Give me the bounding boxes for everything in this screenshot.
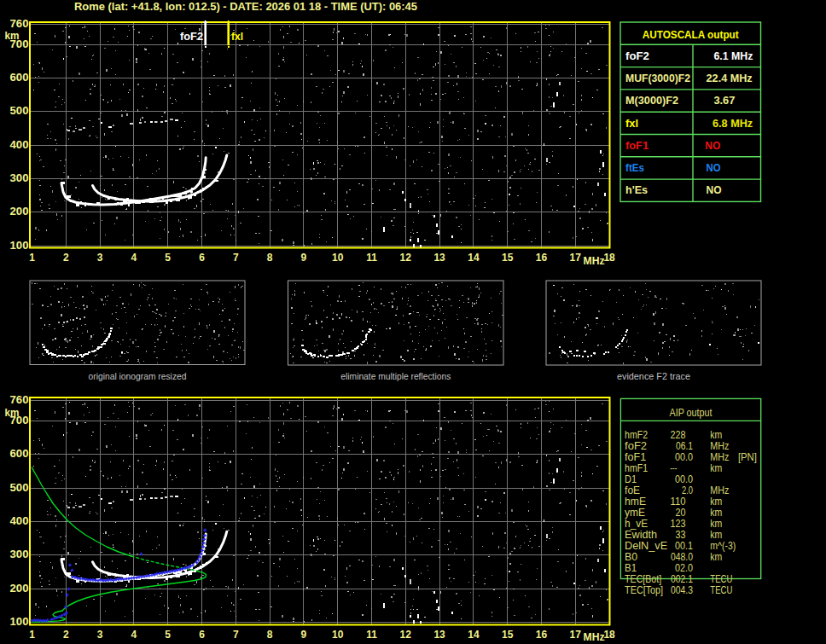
- svg-text:02.0: 02.0: [675, 562, 693, 574]
- svg-text:15: 15: [502, 252, 514, 264]
- svg-text:3: 3: [97, 629, 103, 641]
- svg-text:17: 17: [570, 629, 582, 641]
- svg-text:13: 13: [433, 252, 445, 264]
- svg-text:33: 33: [676, 529, 686, 541]
- svg-text:NO: NO: [707, 162, 721, 174]
- svg-text:foF2: foF2: [180, 31, 203, 43]
- svg-text:3.67: 3.67: [713, 95, 735, 107]
- svg-text:h'Es: h'Es: [625, 184, 648, 196]
- svg-text:2: 2: [63, 629, 69, 641]
- svg-text:B0: B0: [625, 551, 637, 563]
- svg-text:4: 4: [131, 252, 137, 264]
- svg-text:10: 10: [332, 629, 344, 641]
- svg-text:foF1: foF1: [625, 140, 649, 152]
- svg-text:110: 110: [671, 496, 686, 508]
- svg-text:00.0: 00.0: [675, 473, 693, 485]
- svg-text:300: 300: [10, 548, 29, 560]
- svg-text:km: km: [710, 429, 722, 441]
- svg-text:2.0: 2.0: [682, 484, 693, 496]
- svg-text:100: 100: [10, 240, 29, 252]
- svg-text:km: km: [710, 496, 722, 508]
- svg-text:12: 12: [400, 629, 412, 641]
- svg-text:20: 20: [676, 507, 686, 519]
- svg-text:hmF2: hmF2: [625, 429, 648, 441]
- svg-text:8: 8: [267, 252, 273, 264]
- svg-text:6.8 MHz: 6.8 MHz: [713, 118, 753, 130]
- svg-text:22.4 MHz: 22.4 MHz: [707, 73, 753, 84]
- svg-text:foF2: foF2: [625, 50, 649, 62]
- svg-text:9: 9: [301, 252, 307, 264]
- svg-text:300: 300: [10, 172, 29, 184]
- svg-text:hmE: hmE: [625, 496, 646, 508]
- svg-text:760: 760: [10, 394, 29, 406]
- svg-text:km: km: [710, 551, 722, 563]
- svg-text:4: 4: [131, 629, 137, 641]
- svg-text:6: 6: [199, 252, 205, 264]
- svg-text:200: 200: [10, 206, 29, 218]
- svg-text:004.3: 004.3: [671, 584, 693, 596]
- svg-text:MHz: MHz: [710, 451, 729, 463]
- svg-text:123: 123: [671, 518, 686, 530]
- svg-text:7: 7: [233, 252, 239, 264]
- svg-text:12: 12: [400, 252, 412, 264]
- svg-text:5: 5: [165, 629, 171, 641]
- svg-text:km: km: [710, 507, 722, 519]
- svg-text:MUF(3000)F2: MUF(3000)F2: [625, 73, 690, 84]
- svg-text:original ionogram resized: original ionogram resized: [89, 371, 187, 381]
- svg-text:fxl: fxl: [231, 31, 243, 43]
- svg-text:18: 18: [603, 629, 615, 641]
- svg-text:MHz: MHz: [710, 484, 729, 496]
- svg-text:h_vE: h_vE: [625, 518, 648, 530]
- svg-text:002.1: 002.1: [671, 573, 693, 585]
- svg-text:228: 228: [671, 429, 686, 441]
- svg-text:evidence F2 trace: evidence F2 trace: [617, 371, 690, 381]
- svg-text:500: 500: [10, 482, 29, 494]
- svg-text:AUTOSCALA output: AUTOSCALA output: [643, 29, 740, 41]
- svg-text:1: 1: [29, 629, 35, 641]
- svg-text:TEC[Top]: TEC[Top]: [625, 584, 663, 596]
- svg-text:2: 2: [63, 252, 69, 264]
- svg-text:km: km: [5, 407, 20, 419]
- svg-text:MHz: MHz: [584, 631, 605, 643]
- svg-text:1: 1: [29, 252, 35, 264]
- svg-text:km: km: [710, 518, 722, 530]
- svg-text:14: 14: [468, 252, 480, 264]
- svg-text:11: 11: [366, 252, 377, 264]
- svg-text:MHz: MHz: [710, 440, 729, 452]
- svg-text:M(3000)F2: M(3000)F2: [625, 95, 678, 107]
- svg-text:foF1: foF1: [625, 451, 646, 463]
- svg-text:km: km: [710, 462, 722, 474]
- svg-text:16: 16: [536, 252, 548, 264]
- svg-text:14: 14: [468, 629, 480, 641]
- svg-text:eliminate multiple reflections: eliminate multiple reflections: [340, 371, 451, 381]
- svg-text:km: km: [710, 529, 722, 541]
- svg-text:[PN]: [PN]: [738, 451, 757, 463]
- svg-text:hmF1: hmF1: [625, 462, 648, 474]
- svg-text:16: 16: [536, 629, 548, 641]
- svg-text:5: 5: [165, 252, 171, 264]
- svg-text:760: 760: [10, 18, 29, 30]
- svg-text:18: 18: [603, 252, 615, 264]
- svg-text:200: 200: [10, 583, 29, 595]
- svg-text:ftEs: ftEs: [625, 162, 644, 174]
- svg-text:600: 600: [10, 448, 29, 460]
- svg-text:Rome (lat: +41.8, lon: 012.5): Rome (lat: +41.8, lon: 012.5) - DATE: 20…: [74, 1, 417, 13]
- svg-text:13: 13: [433, 629, 445, 641]
- svg-text:11: 11: [366, 629, 377, 641]
- svg-text:15: 15: [502, 629, 514, 641]
- svg-text:TECU: TECU: [710, 573, 732, 585]
- svg-text:---: ---: [670, 462, 677, 474]
- svg-text:8: 8: [267, 629, 273, 641]
- svg-text:400: 400: [10, 515, 29, 527]
- svg-text:500: 500: [10, 105, 29, 117]
- svg-text:00.0: 00.0: [675, 451, 693, 463]
- svg-text:TECU: TECU: [710, 584, 732, 596]
- svg-text:NO: NO: [707, 184, 722, 196]
- svg-text:foE: foE: [625, 484, 640, 496]
- svg-text:06.1: 06.1: [676, 440, 693, 452]
- svg-text:AIP output: AIP output: [670, 407, 713, 419]
- svg-text:00.1: 00.1: [675, 540, 693, 552]
- svg-text:DelN_vE: DelN_vE: [625, 540, 667, 552]
- svg-text:048.0: 048.0: [671, 551, 693, 563]
- svg-text:400: 400: [10, 139, 29, 151]
